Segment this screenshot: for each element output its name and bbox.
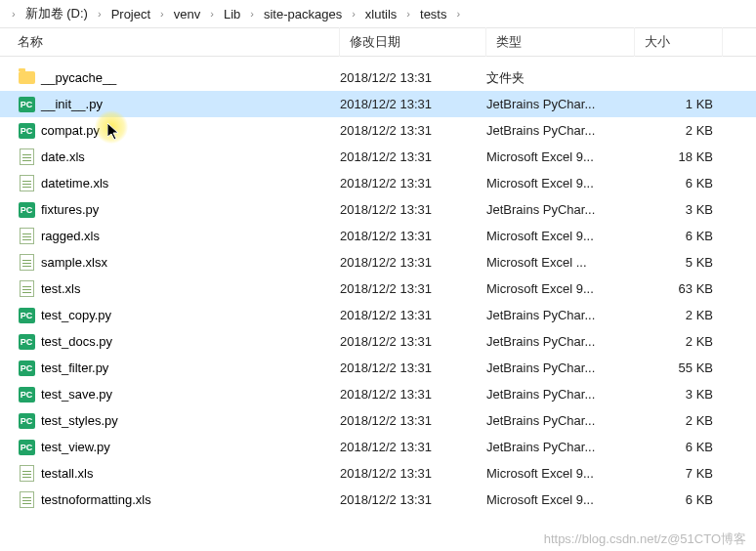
- file-size: 5 KB: [635, 255, 723, 270]
- file-name: compat.py: [41, 123, 100, 138]
- file-row[interactable]: datetime.xls2018/12/2 13:31Microsoft Exc…: [0, 170, 756, 196]
- file-row[interactable]: PCtest_view.py2018/12/2 13:31JetBrains P…: [0, 434, 756, 460]
- file-name: datetime.xls: [41, 176, 108, 191]
- file-type: 文件夹: [486, 69, 635, 87]
- chevron-right-icon: ›: [204, 8, 220, 20]
- file-date: 2018/12/2 13:31: [340, 70, 486, 85]
- breadcrumb-item[interactable]: site-packages: [260, 5, 346, 23]
- file-row[interactable]: PCtest_save.py2018/12/2 13:31JetBrains P…: [0, 381, 756, 407]
- file-type: Microsoft Excel 9...: [486, 466, 635, 481]
- column-header-type[interactable]: 类型: [486, 27, 635, 57]
- pycharm-file-icon: PC: [18, 96, 35, 113]
- excel-file-icon: [18, 491, 35, 509]
- file-row[interactable]: PCtest_copy.py2018/12/2 13:31JetBrains P…: [0, 302, 756, 328]
- pycharm-file-icon: PC: [18, 360, 35, 377]
- pycharm-file-icon: PC: [18, 439, 35, 456]
- file-type: JetBrains PyChar...: [486, 387, 635, 402]
- file-size: 18 KB: [635, 149, 723, 164]
- file-date: 2018/12/2 13:31: [340, 440, 486, 454]
- file-size: 2 KB: [635, 123, 723, 138]
- chevron-right-icon: ›: [6, 8, 21, 20]
- file-date: 2018/12/2 13:31: [340, 492, 486, 507]
- file-name: sample.xlsx: [41, 255, 107, 270]
- file-type: JetBrains PyChar...: [486, 360, 635, 375]
- chevron-right-icon: ›: [154, 8, 170, 20]
- excel-file-icon: [18, 148, 35, 166]
- breadcrumb-item[interactable]: venv: [170, 5, 204, 23]
- chevron-right-icon: ›: [244, 8, 260, 20]
- file-row[interactable]: __pycache__2018/12/2 13:31文件夹: [0, 64, 756, 91]
- file-row[interactable]: testall.xls2018/12/2 13:31Microsoft Exce…: [0, 460, 756, 487]
- file-name: test_save.py: [41, 387, 112, 402]
- file-row[interactable]: PCtest_docs.py2018/12/2 13:31JetBrains P…: [0, 328, 756, 355]
- breadcrumb-item[interactable]: Project: [107, 5, 154, 23]
- excel-file-icon: [18, 175, 35, 192]
- file-name: testnoformatting.xls: [41, 492, 151, 507]
- file-name: fixtures.py: [41, 202, 99, 217]
- breadcrumb-item[interactable]: Lib: [220, 5, 244, 23]
- excel-file-icon: [18, 228, 35, 245]
- file-size: 3 KB: [635, 387, 723, 402]
- column-header-row: 名称 修改日期 类型 大小: [0, 27, 756, 57]
- file-row[interactable]: ragged.xls2018/12/2 13:31Microsoft Excel…: [0, 223, 756, 249]
- file-date: 2018/12/2 13:31: [340, 413, 486, 428]
- file-type: Microsoft Excel 9...: [486, 281, 635, 296]
- chevron-right-icon: ›: [400, 8, 416, 20]
- file-size: 6 KB: [635, 176, 723, 191]
- file-row[interactable]: sample.xlsx2018/12/2 13:31Microsoft Exce…: [0, 249, 756, 276]
- file-row[interactable]: PC__init__.py2018/12/2 13:31JetBrains Py…: [0, 91, 756, 117]
- file-row[interactable]: date.xls2018/12/2 13:31Microsoft Excel 9…: [0, 144, 756, 170]
- breadcrumb-item[interactable]: 新加卷 (D:): [21, 3, 92, 24]
- column-header-name[interactable]: 名称: [0, 27, 340, 57]
- file-type: JetBrains PyChar...: [486, 202, 635, 217]
- column-header-size[interactable]: 大小: [635, 27, 723, 57]
- file-date: 2018/12/2 13:31: [340, 176, 486, 191]
- file-name: test_copy.py: [41, 308, 111, 322]
- file-row[interactable]: PCcompat.py2018/12/2 13:31JetBrains PyCh…: [0, 117, 756, 144]
- breadcrumb-item[interactable]: tests: [416, 5, 450, 23]
- pycharm-file-icon: PC: [18, 307, 35, 324]
- file-size: 7 KB: [635, 466, 723, 481]
- pycharm-file-icon: PC: [18, 122, 35, 140]
- file-name: __init__.py: [41, 97, 103, 111]
- file-row[interactable]: PCtest_styles.py2018/12/2 13:31JetBrains…: [0, 407, 756, 434]
- pycharm-file-icon: PC: [18, 201, 35, 219]
- file-size: 55 KB: [635, 360, 723, 375]
- file-type: Microsoft Excel 9...: [486, 176, 635, 191]
- file-date: 2018/12/2 13:31: [340, 360, 486, 375]
- file-size: 2 KB: [635, 308, 723, 322]
- pycharm-file-icon: PC: [18, 333, 35, 351]
- file-type: Microsoft Excel 9...: [486, 229, 635, 243]
- file-row[interactable]: test.xls2018/12/2 13:31Microsoft Excel 9…: [0, 276, 756, 302]
- file-type: JetBrains PyChar...: [486, 334, 635, 349]
- file-name: date.xls: [41, 149, 85, 164]
- file-type: JetBrains PyChar...: [486, 440, 635, 454]
- file-row[interactable]: PCtest_filter.py2018/12/2 13:31JetBrains…: [0, 355, 756, 381]
- excel-file-icon: [18, 254, 35, 272]
- file-size: 6 KB: [635, 440, 723, 454]
- file-row[interactable]: PCfixtures.py2018/12/2 13:31JetBrains Py…: [0, 196, 756, 223]
- breadcrumb-item[interactable]: xlutils: [361, 5, 401, 23]
- file-size: 2 KB: [635, 413, 723, 428]
- file-name: testall.xls: [41, 466, 93, 481]
- file-size: 6 KB: [635, 229, 723, 243]
- file-date: 2018/12/2 13:31: [340, 466, 486, 481]
- file-name: __pycache__: [41, 70, 116, 85]
- file-size: 2 KB: [635, 334, 723, 349]
- pycharm-file-icon: PC: [18, 386, 35, 403]
- file-type: JetBrains PyChar...: [486, 413, 635, 428]
- file-size: 63 KB: [635, 281, 723, 296]
- file-date: 2018/12/2 13:31: [340, 255, 486, 270]
- file-date: 2018/12/2 13:31: [340, 123, 486, 138]
- file-size: 6 KB: [635, 492, 723, 507]
- file-date: 2018/12/2 13:31: [340, 202, 486, 217]
- breadcrumb[interactable]: ›新加卷 (D:)›Project›venv›Lib›site-packages…: [0, 0, 756, 27]
- file-row[interactable]: testnoformatting.xls2018/12/2 13:31Micro…: [0, 487, 756, 513]
- chevron-right-icon: ›: [92, 8, 107, 20]
- file-type: Microsoft Excel ...: [486, 255, 635, 270]
- column-header-date[interactable]: 修改日期: [340, 27, 486, 57]
- file-size: 3 KB: [635, 202, 723, 217]
- file-date: 2018/12/2 13:31: [340, 334, 486, 349]
- chevron-right-icon: ›: [450, 8, 466, 20]
- file-type: Microsoft Excel 9...: [486, 149, 635, 164]
